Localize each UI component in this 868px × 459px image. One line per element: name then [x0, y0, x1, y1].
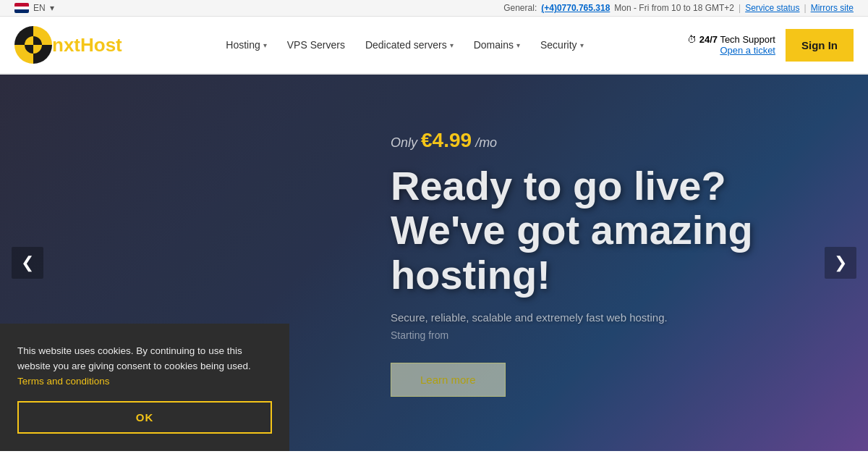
open-ticket-link[interactable]: Open a ticket	[720, 45, 775, 56]
hero-title-line1: Ready to go live?	[391, 163, 726, 209]
nav-dedicated[interactable]: Dedicated servers ▾	[355, 32, 464, 58]
main-nav: Hosting ▾ VPS Servers Dedicated servers …	[216, 32, 593, 58]
chevron-down-icon-3: ▾	[516, 41, 520, 49]
hero-price: Only €4.99 /mo	[391, 129, 753, 152]
cookie-text: This website uses cookies. By continuing…	[17, 344, 272, 389]
hero-content: Only €4.99 /mo Ready to go live? We've g…	[391, 100, 796, 426]
hero-prev-button[interactable]: ❮	[12, 247, 43, 279]
logo-nxt: nxt	[52, 34, 80, 56]
language-selector[interactable]: EN ▾	[14, 3, 54, 13]
flag-icon	[14, 3, 29, 13]
header: nxtHost Hosting ▾ VPS Servers Dedicated …	[0, 17, 868, 75]
hours-text: Mon - Fri from 10 to 18 GMT+2	[614, 3, 734, 13]
price-value: €4.99	[421, 129, 472, 151]
hero-sub2: Starting from	[391, 329, 753, 341]
hero-title: Ready to go live? We've got amazing host…	[391, 164, 753, 298]
learn-more-button[interactable]: Learn more	[391, 363, 506, 397]
separator-1: |	[739, 3, 741, 13]
support-label: Tech Support	[720, 34, 775, 45]
cookie-ok-button[interactable]: OK	[17, 401, 272, 434]
nav-vps[interactable]: VPS Servers	[277, 32, 355, 58]
cookie-terms-link[interactable]: Terms and conditions	[17, 376, 110, 387]
hero-title-line2: We've got amazing	[391, 207, 753, 253]
hero-section: ❮ Only €4.99 /mo Ready to go live? We've…	[0, 75, 868, 451]
logo[interactable]: nxtHost	[14, 26, 122, 64]
lang-arrow: ▾	[50, 3, 54, 13]
nav-domains-label: Domains	[474, 39, 514, 51]
clock-icon: ⏱	[687, 34, 697, 45]
support-hours: 24/7	[699, 34, 718, 45]
general-label: General:	[503, 3, 537, 13]
top-bar: EN ▾ General: (+4)0770.765.318 Mon - Fri…	[0, 0, 868, 17]
cookie-banner: This website uses cookies. By continuing…	[0, 324, 289, 451]
chevron-down-icon-4: ▾	[580, 41, 584, 49]
logo-host: Host	[80, 34, 122, 56]
service-status-link[interactable]: Service status	[745, 3, 799, 13]
nav-hosting[interactable]: Hosting ▾	[216, 32, 276, 58]
hero-title-line3: hosting!	[391, 252, 550, 298]
chevron-down-icon: ▾	[263, 41, 267, 49]
price-prefix: Only	[391, 135, 417, 150]
support-title-line: ⏱ 24/7 Tech Support	[687, 34, 775, 45]
nav-domains[interactable]: Domains ▾	[464, 32, 530, 58]
hero-next-button[interactable]: ❯	[825, 247, 856, 279]
support-info: ⏱ 24/7 Tech Support Open a ticket	[687, 34, 775, 56]
cookie-message: This website uses cookies. By continuing…	[17, 345, 251, 371]
logo-icon	[14, 26, 52, 64]
nav-vps-label: VPS Servers	[287, 39, 345, 51]
top-bar-info: General: (+4)0770.765.318 Mon - Fri from…	[503, 3, 854, 13]
mirrors-site-link[interactable]: Mirrors site	[811, 3, 854, 13]
chevron-down-icon-2: ▾	[450, 41, 454, 49]
hero-subtitle: Secure, reliable, scalable and extremely…	[391, 311, 753, 324]
logo-inner-circle	[25, 36, 42, 54]
lang-label: EN	[33, 3, 46, 13]
nav-security[interactable]: Security ▾	[530, 32, 594, 58]
price-suffix: /mo	[475, 135, 497, 150]
signin-button[interactable]: Sign In	[786, 29, 854, 62]
nav-hosting-label: Hosting	[226, 39, 260, 51]
logo-text: nxtHost	[52, 34, 122, 56]
header-right: ⏱ 24/7 Tech Support Open a ticket Sign I…	[687, 29, 854, 62]
nav-dedicated-label: Dedicated servers	[365, 39, 447, 51]
nav-security-label: Security	[540, 39, 577, 51]
phone-number[interactable]: (+4)0770.765.318	[541, 3, 610, 13]
separator-2: |	[804, 3, 807, 13]
